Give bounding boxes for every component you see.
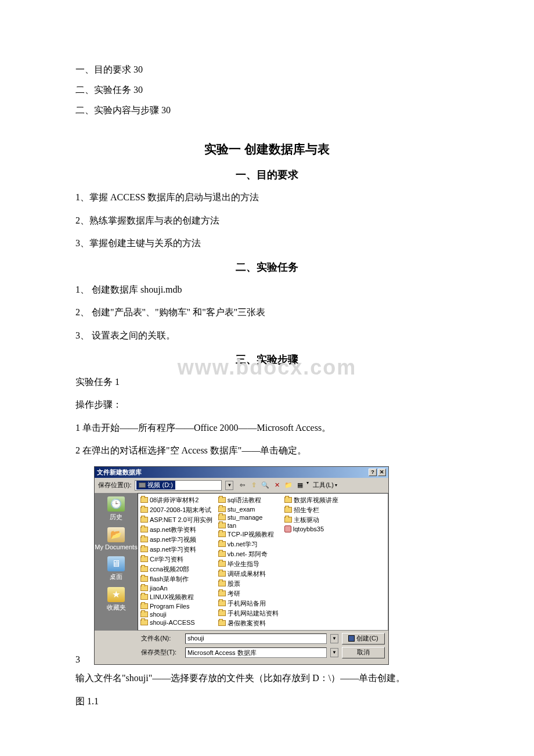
filename-dropdown-icon[interactable]: ▼ (330, 634, 338, 643)
folder-icon (140, 576, 148, 582)
file-item[interactable]: TCP-IP视频教程 (218, 530, 279, 539)
place-history-label: 历史 (110, 513, 122, 520)
file-item-label: shouji (150, 611, 167, 618)
step-2: 2 在弹出的对话框选择"空 Access 数据库"——单击确定。 (75, 443, 459, 458)
dialog-close-button[interactable]: ✕ (378, 469, 386, 476)
tools-label: 工具(L) (313, 481, 333, 489)
dialog-help-button[interactable]: ? (369, 469, 377, 476)
place-desktop[interactable]: 🖥 桌面 (107, 556, 125, 581)
nav-up-button[interactable]: ⇧ (248, 480, 259, 491)
sec1-item-1: 1、掌握 ACCESS 数据库的启动与退出的方法 (75, 190, 459, 205)
location-combo[interactable]: 视频 (D:) (135, 480, 222, 491)
steps-label: 操作步骤： (75, 397, 459, 412)
file-item-label: tan (228, 522, 236, 529)
file-item[interactable]: ASP.NET 2.0可用实例 (140, 516, 212, 524)
file-item[interactable]: sql语法教程 (218, 496, 279, 505)
dialog-bottom: 文件名(N): shouji ▼ 创建(C) 保存类型(T): Microsof… (95, 631, 388, 664)
step-3-tail: 输入文件名"shouji"——选择要存放的文件夹（比如存放到 D：\）——单击创… (75, 671, 459, 686)
file-item-label: 手机网站建站资料 (228, 609, 279, 618)
filetype-combo[interactable]: Microsoft Access 数据库 (185, 647, 327, 658)
file-item-label: 主板驱动 (294, 516, 319, 524)
file-item[interactable]: tan (218, 522, 279, 529)
file-item[interactable]: Program Files (140, 603, 212, 610)
file-item-label: stu_exam (228, 506, 255, 513)
folder-icon (218, 561, 226, 567)
place-favorites[interactable]: ★ 收藏夹 (107, 587, 126, 612)
step-1: 1 单击开始——所有程序——Office 2000——Microsoft Acc… (75, 420, 459, 435)
file-item-label: vb.net- 郑阿奇 (228, 550, 268, 559)
sec2-item-3: 3、 设置表之间的关联。 (75, 328, 459, 343)
step-3-row: 3 文件新建数据库 ? ✕ 保存位置(I): 视频 (D:) ▼ (75, 466, 459, 665)
file-item[interactable]: 主板驱动 (284, 516, 338, 524)
drive-icon (139, 483, 146, 488)
file-item[interactable]: vb.net学习 (218, 540, 279, 549)
toc-line-1: 一、目的要求 30 (75, 64, 459, 76)
file-item[interactable]: asp.net学习视频 (140, 535, 212, 544)
file-item[interactable]: 2007-2008-1期末考试 (140, 506, 212, 514)
file-item[interactable]: shouji (140, 611, 212, 618)
location-dropdown-icon[interactable]: ▼ (225, 481, 233, 490)
sec2-item-1: 1、 创建数据库 shouji.mdb (75, 282, 459, 297)
filename-input[interactable]: shouji (185, 633, 327, 644)
section-2-heading: 二、实验任务 (75, 260, 459, 274)
file-item[interactable]: 调研成果材料 (218, 570, 279, 578)
views-button[interactable]: ▦ (295, 480, 305, 491)
place-history[interactable]: 🕒 历史 (107, 496, 125, 521)
delete-button[interactable]: ✕ (272, 480, 282, 491)
search-web-button[interactable]: 🔍 (260, 480, 270, 491)
folder-icon (140, 603, 148, 609)
nav-back-button[interactable]: ⇦ (237, 480, 247, 491)
file-item[interactable]: C#学习资料 (140, 555, 212, 564)
folder-icon (140, 594, 148, 600)
file-item[interactable]: 手机网站备用 (218, 599, 279, 608)
file-item[interactable]: shouji-ACCESS (140, 619, 212, 626)
filetype-dropdown-icon[interactable]: ▼ (330, 648, 338, 657)
file-item[interactable]: 毕业生指导 (218, 560, 279, 568)
file-item[interactable]: 考研 (218, 589, 279, 598)
filename-label: 文件名(N): (141, 634, 182, 643)
file-item-label: LINUX视频教程 (150, 593, 194, 602)
save-location-label: 保存位置(I): (98, 481, 131, 489)
place-my-documents[interactable]: 📂 My Documents (95, 527, 137, 550)
step-3-number: 3 (75, 654, 84, 665)
file-item[interactable]: flash菜单制作 (140, 575, 212, 584)
cancel-button[interactable]: 取消 (342, 647, 385, 658)
file-item[interactable]: LINUX视频教程 (140, 593, 212, 602)
file-item-label: 08讲师评审材料2 (150, 496, 199, 505)
folder-icon (218, 531, 226, 537)
file-item[interactable]: 手机网站建站资料 (218, 609, 279, 618)
file-item[interactable]: 08讲师评审材料2 (140, 496, 212, 505)
file-item[interactable]: 招生专栏 (284, 506, 338, 514)
file-item[interactable]: jiaoAn (140, 585, 212, 592)
tools-menu[interactable]: 工具(L)▾ (310, 480, 340, 491)
access-file-icon (284, 525, 291, 532)
file-item[interactable]: stu_exam (218, 506, 279, 513)
file-item[interactable]: 数据库视频讲座 (284, 496, 338, 505)
file-item-label: 调研成果材料 (228, 570, 266, 578)
file-item[interactable]: 暑假教案资料 (218, 619, 279, 628)
file-item[interactable]: stu_manage (218, 514, 279, 521)
file-item[interactable]: asp.net教学资料 (140, 525, 212, 534)
folder-icon (140, 556, 148, 562)
new-folder-button[interactable]: 📁 (283, 480, 294, 491)
file-item-label: 2007-2008-1期末考试 (150, 506, 211, 514)
create-button[interactable]: 创建(C) (342, 633, 385, 645)
file-item-label: shouji-ACCESS (150, 619, 195, 626)
toc-line-2: 二、实验任务 30 (75, 84, 459, 96)
file-item[interactable]: 股票 (218, 579, 279, 588)
file-item[interactable]: ccna视频20部 (140, 565, 212, 574)
file-item[interactable]: vb.net- 郑阿奇 (218, 550, 279, 559)
folder-icon (284, 497, 292, 503)
file-item[interactable]: lqtoybbs35 (284, 525, 338, 532)
file-item-label: stu_manage (228, 514, 263, 521)
favorites-icon: ★ (107, 587, 125, 602)
places-bar: 🕒 历史 📂 My Documents 🖥 桌面 ★ 收藏夹 (95, 493, 138, 631)
file-list[interactable]: 08讲师评审材料22007-2008-1期末考试ASP.NET 2.0可用实例a… (138, 493, 388, 631)
file-item-label: ASP.NET 2.0可用实例 (150, 516, 212, 524)
folder-icon (218, 541, 226, 547)
folder-icon (218, 571, 226, 577)
file-new-database-dialog: 文件新建数据库 ? ✕ 保存位置(I): 视频 (D:) ▼ ⇦ ⇧ (94, 466, 389, 665)
file-item-label: asp.net教学资料 (150, 525, 196, 534)
folder-icon (284, 517, 292, 523)
file-item[interactable]: asp.net学习资料 (140, 545, 212, 554)
